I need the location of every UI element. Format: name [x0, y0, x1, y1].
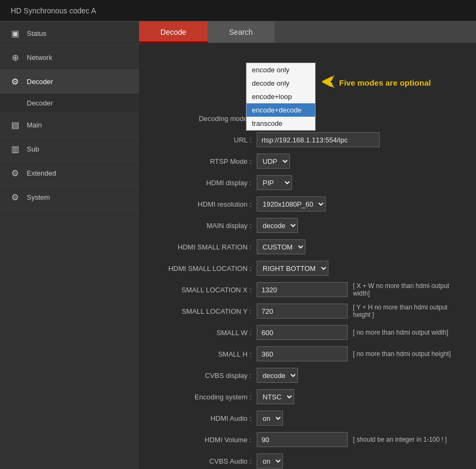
decoder-icon: ⚙ — [10, 76, 20, 87]
row-cvbs-display: CVBS display : decode encode off — [150, 367, 465, 384]
sidebar-label-sub: Sub — [27, 145, 39, 153]
hint-hdmi-volume: [ should be an integer in 1-100 ! ] — [353, 436, 447, 443]
option-transcode[interactable]: transcode — [247, 117, 315, 130]
label-hdmi-volume: HDMI Volume : — [150, 436, 257, 444]
row-cvbs-audio: CVBS Audio : on off — [150, 452, 465, 469]
hint-small-h: [ no more than hdmi output height] — [353, 350, 451, 358]
sidebar-item-decoder[interactable]: ⚙ Decoder — [0, 70, 139, 94]
input-small-location-y[interactable] — [257, 304, 348, 319]
tabs: Decode Search — [139, 21, 476, 43]
select-hdmi-display[interactable]: PIP FULL OFF — [257, 175, 292, 190]
row-hdmi-volume: HDMI Volume : [ should be an integer in … — [150, 431, 465, 448]
label-hdmi-display: HDMI display : — [150, 179, 257, 187]
hint-small-location-y: [ Y + H no more than hdmi output height … — [353, 304, 465, 319]
input-small-w[interactable] — [257, 325, 348, 340]
label-small-location-y: SMALL LOCATION Y : — [150, 307, 257, 315]
main-icon: ▤ — [10, 119, 20, 130]
sidebar: ▣ Status ⊕ Network ⚙ Decoder Decoder ▤ M… — [0, 21, 139, 469]
row-url: URL : — [150, 131, 465, 148]
hint-small-w: [ no more than hdmi output width] — [353, 329, 448, 336]
row-encoding-system: Encoding system : NTSC PAL — [150, 388, 465, 405]
status-icon: ▣ — [10, 28, 20, 39]
row-small-h: SMALL H : [ no more than hdmi output hei… — [150, 345, 465, 362]
label-hdmi-small-location: HDMI SMALL LOCATION : — [150, 264, 257, 273]
select-hdmi-small-location[interactable]: RIGHT BOTTOM LEFT TOP LEFT BOTTOM RIGHT … — [257, 261, 328, 276]
sidebar-label-network: Network — [27, 54, 52, 62]
row-main-display: MAIN display : decode encode off — [150, 217, 465, 234]
input-url[interactable] — [257, 132, 380, 147]
label-small-location-x: SMALL LOCATION X : — [150, 286, 257, 294]
sidebar-item-system[interactable]: ⚙ System — [0, 185, 139, 209]
row-hdmi-small-ration: HDMI SMALL RATION : CUSTOM 1/4 1/9 — [150, 238, 465, 255]
row-hdmi-audio: HDMI Audio : on off — [150, 410, 465, 427]
option-encode-decode[interactable]: encode+decode — [247, 103, 315, 117]
label-cvbs-audio: CVBS Audio : — [150, 457, 257, 465]
hint-small-location-x: [ X + W no more than hdmi output width] — [353, 282, 465, 297]
sidebar-item-main[interactable]: ▤ Main — [0, 113, 139, 137]
working-mode-dropdown[interactable]: encode only decode only encode+loop enco… — [246, 63, 316, 131]
app-title: HD Synchronous codec A — [11, 6, 96, 15]
input-hdmi-volume[interactable] — [257, 432, 348, 447]
option-encode-loop[interactable]: encode+loop — [247, 90, 315, 103]
row-hdmi-small-location: HDMI SMALL LOCATION : RIGHT BOTTOM LEFT … — [150, 260, 465, 277]
sidebar-label-status: Status — [27, 29, 47, 37]
select-hdmi-resolution[interactable]: 1920x1080P_60 1280x720P_60 3840x2160P_30 — [257, 196, 326, 211]
row-small-w: SMALL W : [ no more than hdmi output wid… — [150, 324, 465, 341]
sidebar-label-extended: Extended — [27, 169, 56, 177]
row-small-location-y: SMALL LOCATION Y : [ Y + H no more than … — [150, 302, 465, 320]
sidebar-item-network[interactable]: ⊕ Network — [0, 46, 139, 70]
select-main-display[interactable]: decode encode off — [257, 218, 298, 233]
label-hdmi-audio: HDMI Audio : — [150, 414, 257, 422]
select-hdmi-audio[interactable]: on off — [257, 411, 283, 426]
network-icon: ⊕ — [10, 52, 20, 63]
label-rtsp-mode: RTSP Mode : — [150, 157, 257, 165]
system-icon: ⚙ — [10, 192, 20, 202]
layout: ▣ Status ⊕ Network ⚙ Decoder Decoder ▤ M… — [0, 21, 476, 469]
annotation-text: Five modes are optional — [339, 78, 431, 87]
select-rtsp-mode[interactable]: UDP TCP — [257, 154, 290, 169]
sidebar-label-system: System — [27, 193, 50, 201]
label-decoding-mode: Decoding mode : — [150, 115, 257, 123]
select-cvbs-audio[interactable]: on off — [257, 453, 283, 468]
label-small-h: SMALL H : — [150, 350, 257, 358]
label-encoding-system: Encoding system : — [150, 393, 257, 401]
input-small-location-x[interactable] — [257, 282, 348, 297]
sidebar-sub-decoder[interactable]: Decoder — [0, 94, 139, 113]
input-small-h[interactable] — [257, 346, 348, 361]
arrow-annotation: ⮜ Five modes are optional — [321, 74, 431, 92]
select-cvbs-display[interactable]: decode encode off — [257, 368, 298, 383]
select-hdmi-small-ration[interactable]: CUSTOM 1/4 1/9 — [257, 239, 305, 254]
option-encode-only[interactable]: encode only — [247, 63, 315, 77]
tab-search[interactable]: Search — [208, 21, 274, 43]
row-hdmi-resolution: HDMI resolution : 1920x1080P_60 1280x720… — [150, 195, 465, 213]
arrow-icon: ⮜ — [321, 74, 336, 92]
sidebar-item-extended[interactable]: ⚙ Extended — [0, 161, 139, 185]
sidebar-item-sub[interactable]: ▥ Sub — [0, 137, 139, 161]
main-content: Decode Search encode only decode only en… — [139, 21, 476, 469]
row-small-location-x: SMALL LOCATION X : [ X + W no more than … — [150, 281, 465, 298]
select-encoding-system[interactable]: NTSC PAL — [257, 389, 294, 404]
label-small-w: SMALL W : — [150, 329, 257, 337]
sidebar-label-decoder-sub: Decoder — [27, 99, 53, 107]
label-url: URL : — [150, 136, 257, 144]
label-hdmi-resolution: HDMI resolution : — [150, 200, 257, 208]
label-main-display: MAIN display : — [150, 222, 257, 230]
row-rtsp-mode: RTSP Mode : UDP TCP — [150, 153, 465, 170]
sub-icon: ▥ — [10, 143, 20, 154]
extended-icon: ⚙ — [10, 168, 20, 178]
row-hdmi-display: HDMI display : PIP FULL OFF — [150, 174, 465, 191]
label-hdmi-small-ration: HDMI SMALL RATION : — [150, 243, 257, 251]
label-cvbs-display: CVBS display : — [150, 372, 257, 380]
title-bar: HD Synchronous codec A — [0, 0, 476, 21]
tab-decode[interactable]: Decode — [139, 21, 208, 43]
option-decode-only[interactable]: decode only — [247, 77, 315, 90]
sidebar-item-status[interactable]: ▣ Status — [0, 21, 139, 46]
sidebar-label-main: Main — [27, 121, 42, 129]
sidebar-label-decoder: Decoder — [27, 78, 53, 86]
content-area: encode only decode only encode+loop enco… — [139, 43, 476, 469]
